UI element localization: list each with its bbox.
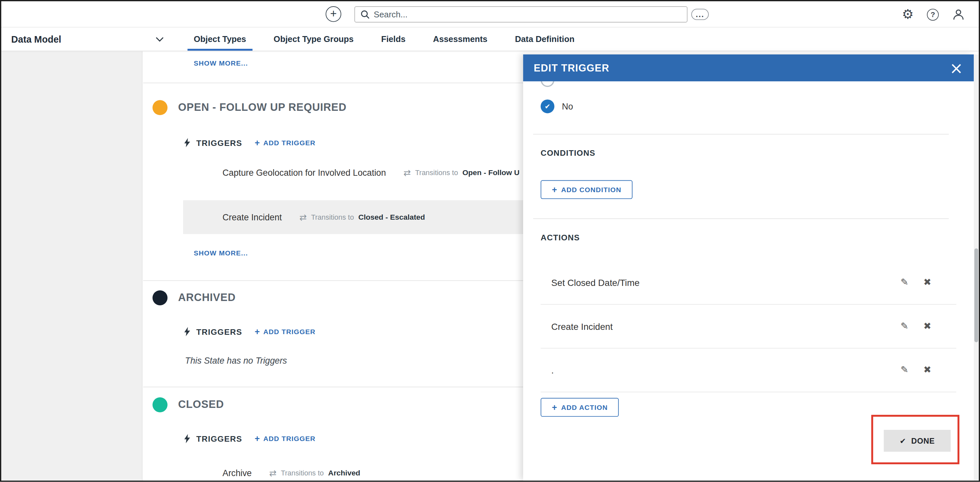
plus-icon: + xyxy=(552,403,557,412)
add-trigger-button[interactable]: + ADD TRIGGER xyxy=(255,434,316,443)
vertical-scrollbar[interactable] xyxy=(974,54,979,480)
show-more-link[interactable]: SHOW MORE... xyxy=(194,249,248,256)
done-button[interactable]: ✔ DONE xyxy=(884,430,951,452)
top-bar: + ... ⚙ ? xyxy=(1,1,979,27)
show-more-link[interactable]: SHOW MORE... xyxy=(194,59,248,67)
more-options-button[interactable]: ... xyxy=(691,9,708,20)
scrollbar-thumb[interactable] xyxy=(974,249,978,342)
actions-heading: ACTIONS xyxy=(541,233,580,242)
action-name: . xyxy=(541,365,901,375)
help-icon[interactable]: ? xyxy=(927,8,939,20)
divider xyxy=(533,134,949,134)
add-action-button[interactable]: + ADD ACTION xyxy=(541,398,619,417)
state-color-dot xyxy=(153,100,168,115)
nav-tabs: Object Types Object Type Groups Fields A… xyxy=(180,27,588,51)
radio-label: No xyxy=(562,101,573,112)
nav-bar: Data Model Object Types Object Type Grou… xyxy=(1,27,979,51)
state-title: CLOSED xyxy=(178,399,224,411)
state-title: ARCHIVED xyxy=(178,292,236,304)
transition-info: ⇄ Transitions to Closed - Escalated xyxy=(299,213,425,222)
transition-info: ⇄ Transitions to Open - Follow U xyxy=(404,168,519,177)
radio-option-no[interactable]: ✔ No xyxy=(541,99,573,113)
radio-checked-icon[interactable]: ✔ xyxy=(541,99,555,113)
settings-gear-icon[interactable]: ⚙ xyxy=(902,8,914,21)
state-header-open-follow-up: OPEN - FOLLOW UP REQUIRED xyxy=(153,100,347,115)
triggers-label: TRIGGERS xyxy=(196,327,242,337)
action-name: Create Incident xyxy=(541,321,901,332)
tab-object-type-groups[interactable]: Object Type Groups xyxy=(260,27,367,51)
no-triggers-note: This State has no Triggers xyxy=(185,356,287,365)
modal-header: EDIT TRIGGER × xyxy=(523,54,974,81)
plus-icon: + xyxy=(330,8,337,20)
divider xyxy=(533,219,949,219)
triggers-header: TRIGGERS + ADD TRIGGER xyxy=(184,325,315,338)
trigger-name: Capture Geolocation for Involved Locatio… xyxy=(223,168,386,178)
state-header-closed: CLOSED xyxy=(153,397,224,412)
transitions-icon: ⇄ xyxy=(299,213,307,222)
topbar-right-icons: ⚙ ? xyxy=(902,1,965,27)
add-trigger-button[interactable]: + ADD TRIGGER xyxy=(255,138,316,147)
annotation-highlight-box: ✔ DONE xyxy=(871,415,959,464)
action-row: Set Closed Date/Time ✎ ✖ xyxy=(541,261,956,305)
action-row-icons: ✎ ✖ xyxy=(900,322,956,331)
triggers-label: TRIGGERS xyxy=(196,434,242,443)
user-profile-icon[interactable] xyxy=(952,8,965,21)
tab-object-types[interactable]: Object Types xyxy=(180,27,260,51)
lightning-bolt-icon xyxy=(184,434,191,444)
triggers-header: TRIGGERS + ADD TRIGGER xyxy=(184,136,315,149)
create-button[interactable]: + xyxy=(326,6,341,22)
data-model-dropdown[interactable]: Data Model xyxy=(1,27,170,51)
close-icon[interactable]: × xyxy=(950,60,963,76)
state-header-archived: ARCHIVED xyxy=(153,290,236,305)
edit-pencil-icon[interactable]: ✎ xyxy=(900,365,908,375)
transitions-icon: ⇄ xyxy=(269,469,277,477)
lightning-bolt-icon xyxy=(184,327,191,337)
left-rail xyxy=(1,51,143,480)
edit-pencil-icon[interactable]: ✎ xyxy=(900,322,908,331)
plus-icon: + xyxy=(255,434,260,443)
search-icon xyxy=(361,10,369,19)
search-box[interactable] xyxy=(355,6,687,22)
add-condition-button[interactable]: + ADD CONDITION xyxy=(541,180,633,199)
action-row: Create Incident ✎ ✖ xyxy=(541,305,956,348)
plus-icon: + xyxy=(552,185,557,194)
edit-pencil-icon[interactable]: ✎ xyxy=(900,278,908,287)
conditions-heading: CONDITIONS xyxy=(541,148,595,158)
tab-assessments[interactable]: Assessments xyxy=(419,27,501,51)
tab-fields[interactable]: Fields xyxy=(368,27,419,51)
app-window: + ... ⚙ ? Data Model Object xyxy=(0,0,980,482)
delete-x-icon[interactable]: ✖ xyxy=(923,365,931,375)
triggers-label: TRIGGERS xyxy=(196,138,242,148)
trigger-name: Archive xyxy=(223,468,251,478)
delete-x-icon[interactable]: ✖ xyxy=(923,322,931,331)
transitions-icon: ⇄ xyxy=(404,168,411,177)
state-color-dot xyxy=(153,397,168,412)
triggers-header: TRIGGERS + ADD TRIGGER xyxy=(184,433,315,445)
transition-info: ⇄ Transitions to Archived xyxy=(269,469,360,477)
chevron-down-icon xyxy=(156,37,164,41)
modal-body: ✔ No CONDITIONS + ADD CONDITION ACTIONS … xyxy=(523,81,974,480)
data-model-dropdown-label: Data Model xyxy=(11,34,61,44)
trigger-row[interactable]: Capture Geolocation for Involved Locatio… xyxy=(223,168,519,178)
trigger-name: Create Incident xyxy=(223,212,282,222)
action-name: Set Closed Date/Time xyxy=(541,278,901,287)
action-row: . ✎ ✖ xyxy=(541,348,956,393)
delete-x-icon[interactable]: ✖ xyxy=(923,278,931,287)
lightning-bolt-icon xyxy=(184,138,191,148)
plus-icon: + xyxy=(255,138,260,147)
add-trigger-button[interactable]: + ADD TRIGGER xyxy=(255,327,316,336)
action-row-icons: ✎ ✖ xyxy=(900,365,956,375)
state-title: OPEN - FOLLOW UP REQUIRED xyxy=(178,101,347,114)
edit-trigger-modal: EDIT TRIGGER × ✔ No CONDITIONS + ADD CON… xyxy=(523,54,974,480)
state-color-dot xyxy=(153,290,168,305)
modal-title: EDIT TRIGGER xyxy=(534,62,609,73)
trigger-row[interactable]: Archive ⇄ Transitions to Archived xyxy=(223,468,360,478)
action-row-icons: ✎ ✖ xyxy=(900,278,956,287)
main-area: SHOW MORE... OPEN - FOLLOW UP REQUIRED T… xyxy=(1,51,979,480)
tab-data-definition[interactable]: Data Definition xyxy=(501,27,588,51)
search-input[interactable] xyxy=(374,10,681,19)
radio-option-partial[interactable] xyxy=(541,81,555,87)
check-icon: ✔ xyxy=(900,436,906,445)
plus-icon: + xyxy=(255,327,260,336)
scale-wrapper: + ... ⚙ ? Data Model Object xyxy=(0,0,980,482)
